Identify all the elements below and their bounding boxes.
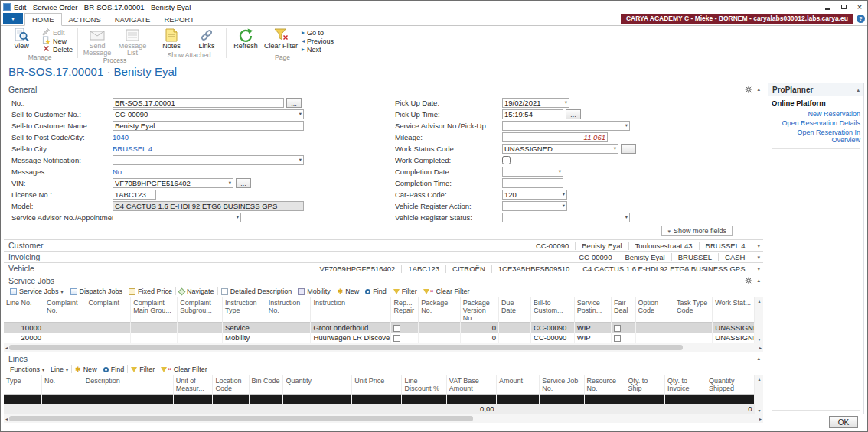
collapse-chevron-icon[interactable]: ▴ <box>757 356 760 361</box>
pick-up-date-input[interactable] <box>503 99 564 107</box>
dropdown-arrow-icon[interactable]: ▾ <box>558 169 563 174</box>
column-header[interactable]: Amount <box>496 375 539 394</box>
dropdown-arrow-icon[interactable]: ▾ <box>613 146 618 151</box>
app-menu-button[interactable]: ▾ <box>3 13 23 24</box>
collapse-chevron-icon[interactable]: ▴ <box>757 278 760 283</box>
notes-button[interactable]: Notes <box>154 27 189 50</box>
column-header[interactable]: Line No. <box>4 297 44 323</box>
scrollbar-thumb[interactable] <box>9 416 473 421</box>
goto-button[interactable]: ▸ Go to <box>299 28 337 37</box>
refresh-button[interactable]: Refresh <box>228 27 263 50</box>
no-input[interactable] <box>113 98 284 108</box>
dropdown-arrow-icon[interactable]: ▾ <box>236 215 240 220</box>
column-header[interactable]: Instruction No. <box>266 297 311 323</box>
dropdown-arrow-icon[interactable]: ▾ <box>564 100 569 106</box>
filter-button[interactable]: Filter <box>128 365 158 373</box>
filter-button[interactable]: Filter <box>390 287 420 295</box>
tab-actions[interactable]: ACTIONS <box>62 13 108 25</box>
scroll-right-icon[interactable]: ▸ <box>759 416 762 421</box>
column-header[interactable]: Package No. <box>419 297 461 323</box>
new-line-button[interactable]: ✱New <box>72 365 100 373</box>
column-header[interactable]: Qty. to Invoice <box>665 375 706 394</box>
fair-deal-checkbox[interactable] <box>614 335 621 342</box>
column-header[interactable]: Resource No. <box>584 375 625 394</box>
service-advisor-pick-up-input[interactable] <box>503 122 625 130</box>
scroll-down-icon[interactable]: ▾ <box>758 336 760 342</box>
column-header[interactable]: Quantity Shipped <box>706 375 755 394</box>
factbox-header[interactable]: ProPlanner ▴ <box>768 83 863 96</box>
expand-chevron-icon[interactable]: ▾ <box>757 266 760 271</box>
service-advisor-appointment-input[interactable] <box>113 213 236 222</box>
dropdown-arrow-icon[interactable]: ▾ <box>299 158 303 163</box>
column-header[interactable]: Quantity <box>283 375 352 394</box>
column-header[interactable]: Task Type Code <box>674 297 712 323</box>
dispatch-jobs-button[interactable]: Dispatch Jobs <box>67 287 126 295</box>
vertical-scrollbar[interactable]: ▴ ▾ <box>755 297 763 343</box>
ok-button[interactable]: OK <box>829 416 858 428</box>
mileage-input[interactable] <box>502 132 608 142</box>
column-header[interactable]: Description <box>83 375 173 394</box>
scroll-left-icon[interactable]: ◂ <box>5 345 8 350</box>
scrollbar-thumb[interactable] <box>9 345 683 350</box>
column-header[interactable]: Line Discount % <box>402 375 446 394</box>
pick-up-time-input[interactable] <box>502 109 563 119</box>
fixed-price-button[interactable]: Fixed Price <box>126 287 175 295</box>
scroll-down-icon[interactable]: ▾ <box>758 408 760 413</box>
table-row[interactable]: 10000 Service Groot onderhoud 0 <box>4 323 755 333</box>
collapse-chevron-icon[interactable]: ▴ <box>757 86 760 92</box>
customize-gear-icon[interactable] <box>745 277 752 284</box>
dropdown-arrow-icon[interactable]: ▾ <box>625 215 629 220</box>
fasttab-vehicle[interactable]: Vehicle VF70B9HPGFE516402 1ABC123 CITROË… <box>4 262 763 274</box>
new-reservation-link[interactable]: New Reservation <box>772 110 860 118</box>
sell-to-customer-name-input[interactable] <box>113 121 304 131</box>
links-button[interactable]: Links <box>189 27 224 50</box>
dropdown-arrow-icon[interactable]: ▾ <box>562 203 566 209</box>
column-header[interactable]: No. <box>41 375 83 394</box>
fair-deal-checkbox[interactable] <box>614 325 621 332</box>
clear-filter-button[interactable]: Clear Filter <box>263 27 299 50</box>
horizontal-scrollbar[interactable]: ◂ ▸ <box>4 343 763 352</box>
send-message-button[interactable]: Send Message <box>80 27 115 57</box>
fasttab-lines-header[interactable]: Lines ▴ <box>4 352 763 364</box>
dropdown-arrow-icon[interactable]: ▾ <box>625 123 629 128</box>
scroll-up-icon[interactable]: ▴ <box>758 298 760 304</box>
grid-clear-filter-button[interactable]: ×Clear Filter <box>420 287 473 295</box>
sell-to-customer-no-input[interactable] <box>113 110 299 119</box>
find-button[interactable]: Find <box>100 365 128 373</box>
find-button[interactable]: Find <box>362 287 390 295</box>
column-header[interactable]: Fair Deal <box>612 297 635 323</box>
column-header[interactable]: VAT Base Amount <box>446 375 496 394</box>
column-header[interactable]: Complaint <box>86 297 131 323</box>
work-status-code-input[interactable] <box>503 145 613 153</box>
column-header[interactable]: Type <box>4 375 41 394</box>
dropdown-arrow-icon[interactable]: ▾ <box>562 192 566 197</box>
restore-button[interactable] <box>839 2 848 11</box>
column-header[interactable]: Complaint Subgrou... <box>178 297 223 323</box>
line-menu-button[interactable]: Line▾ <box>47 365 71 373</box>
column-header[interactable]: Option Code <box>635 297 674 323</box>
column-header[interactable]: Unit Price <box>352 375 402 394</box>
minimize-button[interactable] <box>823 2 832 11</box>
open-reservation-details-link[interactable]: Open Reservation Details <box>772 119 860 127</box>
delete-button[interactable]: Delete <box>39 45 76 54</box>
dropdown-arrow-icon[interactable]: ▾ <box>299 112 303 117</box>
column-header[interactable]: Bin Code <box>249 375 283 394</box>
grid-clear-filter-button[interactable]: ×Clear Filter <box>158 365 210 373</box>
column-header[interactable]: Due Date <box>499 297 531 323</box>
column-header[interactable]: Qty. to Ship <box>625 375 665 394</box>
tab-home[interactable]: HOME <box>24 13 62 26</box>
navigate-button[interactable]: Navigate <box>176 287 217 295</box>
functions-menu-button[interactable]: Functions▾ <box>7 365 47 373</box>
column-header[interactable]: Complaint No. <box>44 297 86 323</box>
horizontal-scrollbar[interactable]: ◂ ▸ <box>4 414 763 423</box>
column-header[interactable]: Rep... Repair <box>391 297 419 323</box>
table-row[interactable]: 20000 Mobility Huurwagen LR Discovery 1A… <box>4 333 755 343</box>
vin-input[interactable] <box>113 179 228 187</box>
table-row[interactable] <box>4 394 755 404</box>
service-jobs-menu-button[interactable]: Service Jobs▾ <box>7 287 67 295</box>
pick-up-time-assist-button[interactable]: ... <box>566 109 581 119</box>
new-line-button[interactable]: ✱New <box>334 287 363 295</box>
vehicle-register-status-input[interactable] <box>503 213 625 222</box>
column-header[interactable]: Package Version No. <box>460 297 498 323</box>
column-header[interactable]: Work Stat... <box>713 297 755 323</box>
